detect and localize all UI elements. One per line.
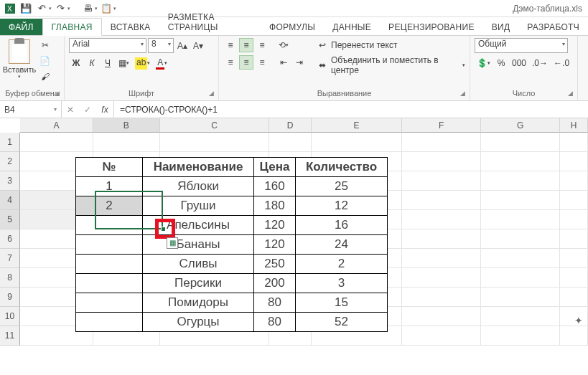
col-header-C[interactable]: C	[160, 118, 270, 133]
cell-num[interactable]	[76, 274, 143, 293]
row-header-7[interactable]: 7	[0, 249, 20, 268]
decrease-font-icon[interactable]: A▾	[191, 39, 205, 53]
row-header-8[interactable]: 8	[0, 268, 20, 288]
row-headers[interactable]: 1234567891011	[0, 133, 20, 346]
tab-file[interactable]: ФАЙЛ	[0, 19, 42, 35]
tab-home[interactable]: ГЛАВНАЯ	[42, 18, 102, 36]
cell-num[interactable]	[76, 216, 143, 235]
cell-price[interactable]: 120	[254, 216, 296, 235]
cell-num[interactable]	[76, 235, 143, 255]
header-qty[interactable]: Количество	[296, 158, 388, 177]
italic-button[interactable]: К	[85, 56, 99, 70]
cell-price[interactable]: 120	[254, 235, 296, 255]
dialog-launcher-icon[interactable]: ◢	[55, 90, 60, 97]
cell-qty[interactable]: 2	[296, 255, 388, 274]
paste-button[interactable]: Вставить ▾	[4, 38, 34, 80]
decrease-decimal-icon[interactable]: ←.0	[551, 56, 571, 70]
cell-name[interactable]: Яблоки	[143, 177, 254, 196]
cell-price[interactable]: 80	[254, 313, 296, 332]
header-name[interactable]: Наименование	[143, 158, 254, 177]
font-name-select[interactable]: Arial	[69, 38, 146, 53]
row-header-10[interactable]: 10	[0, 307, 20, 326]
accounting-icon[interactable]: 💲▾	[475, 56, 493, 70]
col-header-F[interactable]: F	[402, 118, 481, 133]
tab-developer[interactable]: РАЗРАБОТЧ	[518, 19, 588, 35]
cell-qty[interactable]: 25	[296, 177, 388, 196]
font-color-icon[interactable]: A▾	[154, 56, 169, 70]
cell-name[interactable]: Помидоры	[143, 293, 254, 313]
undo-dropdown[interactable]: ▾	[49, 6, 52, 11]
cell-qty[interactable]: 24	[296, 235, 388, 255]
align-bottom-icon[interactable]: ≡	[255, 38, 269, 52]
percent-icon[interactable]: %	[494, 56, 508, 70]
merge-icon[interactable]: ⬌	[315, 58, 330, 72]
align-middle-icon[interactable]: ≡	[239, 38, 253, 52]
header-num[interactable]: №	[76, 158, 143, 177]
tab-insert[interactable]: ВСТАВКА	[102, 19, 159, 35]
align-top-icon[interactable]: ≡	[223, 38, 238, 52]
cell-price[interactable]: 250	[254, 255, 296, 274]
bold-button[interactable]: Ж	[69, 56, 83, 70]
cut-icon[interactable]: ✂	[37, 38, 52, 52]
accept-formula-icon[interactable]: ✓	[79, 105, 96, 115]
tab-formulas[interactable]: ФОРМУЛЫ	[261, 19, 324, 35]
align-right-icon[interactable]: ≡	[255, 55, 269, 70]
col-header-E[interactable]: E	[312, 118, 402, 133]
col-header-D[interactable]: D	[269, 118, 311, 133]
qat-icon-1[interactable]: 🖶	[80, 1, 95, 16]
cell-qty[interactable]: 12	[296, 196, 388, 216]
cell-num[interactable]	[76, 255, 143, 274]
orientation-icon[interactable]: ⟲▾	[276, 38, 291, 52]
row-header-1[interactable]: 1	[0, 133, 20, 152]
qat-icon-2[interactable]: 📋	[99, 1, 113, 16]
cell-name[interactable]: Сливы	[143, 255, 254, 274]
dialog-launcher-icon[interactable]: ◢	[568, 90, 573, 97]
cell-num[interactable]: 1	[76, 177, 143, 196]
decrease-indent-icon[interactable]: ⇤	[276, 55, 291, 70]
align-center-icon[interactable]: ≡	[239, 55, 253, 70]
cell-qty[interactable]: 15	[296, 293, 388, 313]
tab-review[interactable]: РЕЦЕНЗИРОВАНИЕ	[380, 19, 483, 35]
redo-icon[interactable]: ↷	[53, 1, 67, 16]
increase-font-icon[interactable]: A▴	[175, 39, 190, 53]
tab-view[interactable]: ВИД	[483, 19, 519, 35]
cell-price[interactable]: 160	[254, 177, 296, 196]
column-headers[interactable]: ABCDEFGH	[20, 118, 588, 133]
dialog-launcher-icon[interactable]: ◢	[460, 90, 465, 97]
cell-name[interactable]: Персики	[143, 274, 254, 293]
cell-name[interactable]: Груши	[143, 196, 254, 216]
cell-num[interactable]: 2	[76, 196, 143, 216]
increase-indent-icon[interactable]: ⇥	[292, 55, 307, 70]
row-header-9[interactable]: 9	[0, 288, 20, 307]
font-size-select[interactable]: 8	[148, 38, 174, 53]
autofill-options-icon[interactable]: ▦	[167, 237, 178, 249]
cell-qty[interactable]: 16	[296, 216, 388, 235]
underline-button[interactable]: Ч	[101, 56, 115, 70]
merge-center-button[interactable]: Объединить и поместить в центре	[331, 55, 458, 75]
col-header-H[interactable]: H	[560, 118, 588, 133]
name-box[interactable]: B4	[0, 101, 62, 118]
col-header-G[interactable]: G	[481, 118, 560, 133]
cell-price[interactable]: 180	[254, 196, 296, 216]
cancel-formula-icon[interactable]: ✕	[62, 105, 79, 115]
cell-qty[interactable]: 3	[296, 274, 388, 293]
cell-num[interactable]	[76, 313, 143, 332]
align-left-icon[interactable]: ≡	[223, 55, 238, 70]
fx-icon[interactable]: fx	[96, 105, 113, 115]
number-format-select[interactable]: Общий	[475, 38, 568, 53]
save-icon[interactable]: 💾	[19, 1, 33, 16]
cell-name[interactable]: Огурцы	[143, 313, 254, 332]
cell-price[interactable]: 80	[254, 293, 296, 313]
cell-qty[interactable]: 52	[296, 313, 388, 332]
redo-dropdown[interactable]: ▾	[67, 6, 70, 11]
undo-icon[interactable]: ↶	[34, 1, 49, 16]
row-header-6[interactable]: 6	[0, 229, 20, 249]
worksheet-grid[interactable]: ABCDEFGH 1234567891011 № Наименование Це…	[0, 118, 588, 346]
formula-input[interactable]: =СТРОКА()-СТРОКА()+1	[114, 105, 588, 115]
format-painter-icon[interactable]: 🖌	[37, 70, 52, 84]
row-header-3[interactable]: 3	[0, 171, 20, 191]
row-header-11[interactable]: 11	[0, 326, 20, 346]
fill-color-icon[interactable]: ab▾	[133, 56, 152, 70]
tab-layout[interactable]: РАЗМЕТКА СТРАНИЦЫ	[159, 9, 261, 35]
wrap-text-icon[interactable]: ↩	[315, 38, 330, 52]
